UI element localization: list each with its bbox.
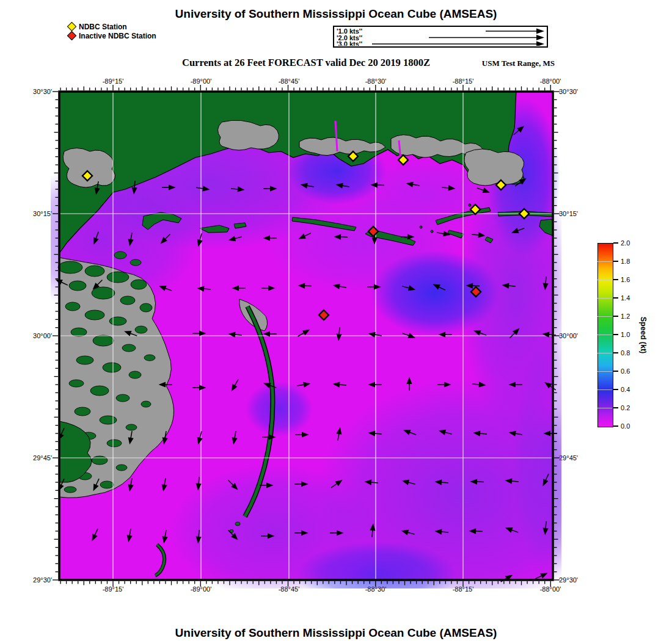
colorbar-tick-label: 0.4 (621, 386, 641, 393)
legend-item-inactive-station: Inactive NDBC Station (68, 31, 156, 40)
latitude-tick-label: 30°30' (15, 88, 52, 95)
colorbar-tick (613, 242, 618, 244)
station-legend: NDBC Station Inactive NDBC Station (68, 22, 156, 40)
colorbar-tick (613, 352, 618, 353)
colorbar-tick-label: 1.8 (621, 258, 641, 265)
legend-label-active: NDBC Station (79, 23, 127, 31)
colorbar-tick (613, 261, 618, 262)
colorbar-tick (613, 316, 618, 317)
colorbar-separator (597, 316, 612, 317)
latitude-tick-label: 30°15' (559, 210, 596, 217)
latitude-tick-label: 29°30' (559, 576, 596, 584)
vector-scale-arrows: '1.0 kts'''2.0 kts'''3.0 kts'' (334, 27, 546, 46)
colorbar-tick (613, 297, 618, 299)
latitude-tick-label: 29°45' (559, 454, 596, 462)
colorbar (597, 243, 613, 427)
colorbar-separator (597, 389, 612, 390)
forecast-map (51, 83, 561, 588)
colorbar-separator (597, 371, 612, 372)
vector-scale-box: '1.0 kts'''2.0 kts'''3.0 kts'' (333, 26, 548, 48)
latitude-tick-label: 29°45' (15, 454, 52, 462)
colorbar-separator (597, 298, 612, 299)
colorbar-tick-label: 0.8 (621, 349, 641, 357)
colorbar-tick (613, 334, 618, 335)
colorbar-title: Speed (kt) (639, 308, 648, 363)
latitude-tick-label: 30°30' (559, 88, 596, 95)
colorbar-tick-label: 1.6 (621, 276, 641, 283)
colorbar-separator (597, 408, 612, 408)
region-label: USM Test Range, MS (428, 59, 555, 68)
latitude-tick-label: 30°00' (15, 332, 52, 339)
colorbar-tick (613, 389, 618, 390)
colorbar-tick-label: 0.0 (621, 422, 641, 430)
inactive-ndbc-station-diamond-icon (67, 31, 77, 41)
colorbar-tick (613, 371, 618, 372)
colorbar-separator (597, 335, 612, 335)
colorbar-tick-label: 1.4 (621, 294, 641, 302)
colorbar-tick-label: 1.0 (621, 331, 641, 338)
colorbar-tick-label: 2.0 (621, 239, 641, 247)
page-title: University of Southern Mississippi Ocean… (0, 7, 672, 21)
colorbar-tick (613, 279, 618, 280)
colorbar-separator (597, 353, 612, 353)
colorbar-tick (613, 426, 618, 427)
colorbar-separator (597, 280, 612, 280)
legend-label-inactive: Inactive NDBC Station (79, 32, 156, 40)
scale-row-label: '3.0 kts'' (337, 40, 362, 46)
colorbar-tick-label: 1.2 (621, 313, 641, 320)
legend-item-active-station: NDBC Station (68, 22, 156, 31)
latitude-tick-label: 29°30' (15, 576, 52, 584)
latitude-tick-label: 30°15' (15, 210, 52, 217)
forecast-page: University of Southern Mississippi Ocean… (0, 0, 672, 641)
colorbar-tick (613, 407, 618, 408)
footer-title: University of Southern Mississippi Ocean… (0, 626, 672, 640)
colorbar-tick-label: 0.2 (621, 404, 641, 411)
ndbc-station-diamond-icon (67, 22, 77, 32)
colorbar-tick-label: 0.6 (621, 368, 641, 375)
colorbar-separator (597, 261, 612, 262)
latitude-tick-label: 30°00' (559, 332, 596, 339)
